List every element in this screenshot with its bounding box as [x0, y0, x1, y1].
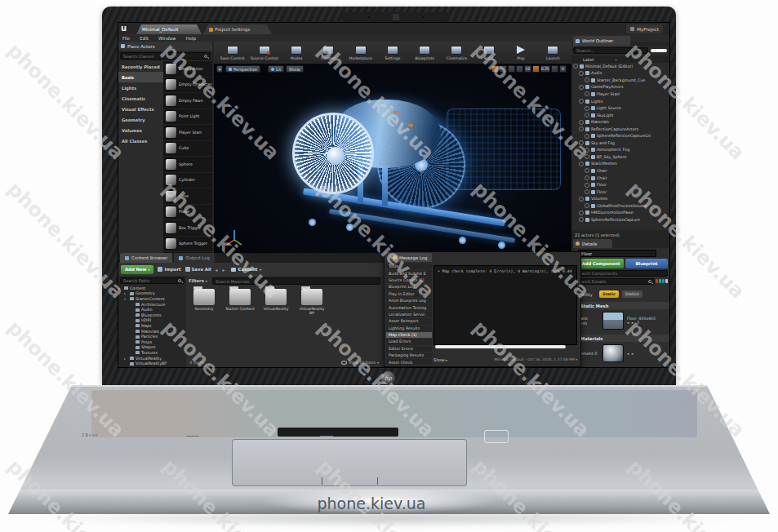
- search-classes-input[interactable]: Search Classes: [120, 52, 211, 60]
- folder-tree-row[interactable]: Textures: [118, 350, 186, 356]
- toolbar-button[interactable]: Save Current: [217, 43, 247, 63]
- filter-green-icon[interactable]: [659, 279, 661, 283]
- log-output-area[interactable]: Map check complete: 0 Error(s), 0 Warnin…: [433, 265, 577, 345]
- history-back-forward-icons[interactable]: ◂ ▸: [216, 267, 227, 273]
- folder-tree-row[interactable]: Materials: [118, 329, 186, 335]
- search-components-input[interactable]: Search Components: [573, 270, 668, 277]
- log-category[interactable]: Asset Reimport: [386, 318, 432, 325]
- camera-speed-value[interactable]: 4: [559, 65, 567, 73]
- import-button[interactable]: Import: [158, 267, 180, 272]
- dock-tab[interactable]: Content Browser: [120, 253, 172, 263]
- toolbar-button[interactable]: Launch: [538, 43, 568, 63]
- folder-tree-row[interactable]: HDRI: [118, 318, 186, 324]
- menu-item[interactable]: Edit: [140, 36, 149, 41]
- outliner-column-header[interactable]: Label: [571, 55, 669, 63]
- add-new-button[interactable]: Add New: [121, 265, 153, 274]
- actor-category[interactable]: Visual Effects: [118, 104, 163, 114]
- asset-folder[interactable]: VirtualReality: [261, 289, 291, 316]
- rotation-snap-icon[interactable]: [532, 65, 540, 73]
- filter-red-icon[interactable]: [656, 279, 658, 283]
- filter-blue-icon[interactable]: [662, 279, 665, 283]
- filter-white-icon[interactable]: [665, 279, 668, 283]
- log-category[interactable]: Automation Testing: [386, 304, 432, 311]
- breadcrumb[interactable]: Content: [231, 267, 262, 272]
- folder-tree-row[interactable]: Blueprints: [118, 313, 186, 318]
- toolbar-button[interactable]: Build: [473, 43, 504, 63]
- touchpad[interactable]: [232, 439, 467, 486]
- menu-item[interactable]: Help: [186, 36, 197, 41]
- actor-category[interactable]: Cinematic: [118, 93, 163, 104]
- outliner-row[interactable]: SphereReflectionCapture10: [571, 132, 669, 140]
- outliner-row[interactable]: StaticMeshes: [571, 161, 669, 168]
- log-category[interactable]: Play In Editor: [386, 291, 432, 298]
- folder-tree-row[interactable]: ▾ Content: [118, 286, 186, 291]
- outliner-row[interactable]: ReflectionCaptureActors: [571, 126, 669, 133]
- log-category[interactable]: Anim Blueprint Log: [386, 298, 432, 304]
- lit-button[interactable]: Lit: [268, 65, 284, 73]
- transform-gizmo-icon[interactable]: [491, 65, 499, 73]
- log-category[interactable]: Map Check (1): [386, 332, 432, 339]
- folder-tree-row[interactable]: Maps: [118, 323, 186, 329]
- perspective-button[interactable]: Perspective: [225, 65, 260, 73]
- folder-tree-row[interactable]: Props: [118, 339, 186, 345]
- folder-tree-row[interactable]: Particles: [118, 334, 186, 339]
- log-category[interactable]: Packaging Results: [386, 352, 432, 359]
- world-local-toggle-icon[interactable]: [500, 65, 507, 73]
- expand-icon[interactable]: ▸: [124, 291, 128, 295]
- outliner-row[interactable]: Lights: [571, 98, 669, 105]
- actor-item[interactable]: Cone: [163, 188, 212, 205]
- log-category[interactable]: Load Errors: [386, 339, 432, 345]
- outliner-search-input[interactable]: Search...: [573, 47, 648, 54]
- menu-item[interactable]: Window: [158, 36, 176, 41]
- folder-tree-row[interactable]: Shapes: [118, 345, 186, 351]
- show-filter-button[interactable]: Show: [433, 357, 447, 362]
- filters-button[interactable]: Filters: [189, 278, 207, 283]
- actor-category[interactable]: Lights: [118, 82, 163, 93]
- outliner-row[interactable]: Floor: [571, 188, 669, 196]
- tab-minimal-default[interactable]: Minimal_Default: [136, 24, 202, 34]
- asset-browse-icons[interactable]: ◂ ▸ ↺: [627, 321, 656, 325]
- materials-section-header[interactable]: Materials: [571, 335, 669, 342]
- actor-category[interactable]: Geometry: [118, 114, 163, 125]
- outliner-row[interactable]: Minimal_Default (Editor): [571, 63, 669, 70]
- actor-item[interactable]: Box Trigger: [163, 220, 212, 237]
- log-category[interactable]: Blueprint Log: [386, 284, 432, 290]
- outliner-row[interactable]: Chair: [571, 175, 669, 182]
- static-mesh-thumbnail[interactable]: [602, 312, 624, 330]
- actor-item[interactable]: Empty Actor: [163, 61, 212, 78]
- outliner-row[interactable]: SphereReflectionCapture: [571, 216, 669, 224]
- actor-name-field[interactable]: Floor: [578, 250, 656, 257]
- viewport[interactable]: ▾ Perspective Lit Show 10 0.25: [214, 64, 571, 253]
- mobility-static-option[interactable]: Static: [599, 290, 619, 298]
- blueprint-button[interactable]: Blueprint: [625, 259, 668, 268]
- actor-category[interactable]: Recently Placed: [118, 61, 163, 72]
- search-assets-input[interactable]: Search Materials: [212, 277, 380, 285]
- asset-folder[interactable]: Starter Content: [225, 289, 255, 316]
- folder-tree-row[interactable]: Architecture: [118, 302, 186, 308]
- outliner-row[interactable]: Volumes: [571, 195, 669, 202]
- folder-tree-row[interactable]: Audio: [118, 307, 186, 313]
- message-log-tab[interactable]: Message Log: [388, 253, 432, 262]
- actor-item[interactable]: Sphere: [163, 157, 212, 173]
- folder-tree-row[interactable]: VirtualRealityBP: [118, 361, 186, 366]
- actor-item[interactable]: Sphere Trigger: [163, 237, 212, 253]
- fingerprint-sensor[interactable]: [484, 430, 509, 443]
- outliner-row[interactable]: Chair: [571, 167, 669, 175]
- toolbar-button[interactable]: Content: [313, 43, 344, 63]
- asset-browse-icons[interactable]: ◂ ▸: [627, 352, 634, 356]
- toolbar-button[interactable]: Cinematics: [442, 43, 472, 63]
- actor-item[interactable]: Empty Pawn: [163, 93, 212, 109]
- expand-icon[interactable]: ▾: [118, 286, 122, 290]
- log-category[interactable]: Build and Submit E: [386, 270, 432, 277]
- grid-snap-icon[interactable]: [516, 65, 523, 73]
- toolbar-button[interactable]: Settings: [377, 43, 407, 63]
- outliner-row[interactable]: HMDLocomotionPawn: [571, 209, 669, 216]
- outliner-row[interactable]: Materials: [571, 118, 669, 126]
- log-category[interactable]: Asset Check: [386, 359, 432, 365]
- camera-speed-icon[interactable]: [551, 65, 558, 73]
- outliner-scrollbar[interactable]: [651, 49, 667, 52]
- details-tab[interactable]: Details: [573, 239, 612, 248]
- surface-snap-icon[interactable]: [508, 65, 515, 73]
- toolbar-button[interactable]: Marketplace: [345, 43, 376, 63]
- outliner-row[interactable]: Sky and Fog: [571, 140, 669, 147]
